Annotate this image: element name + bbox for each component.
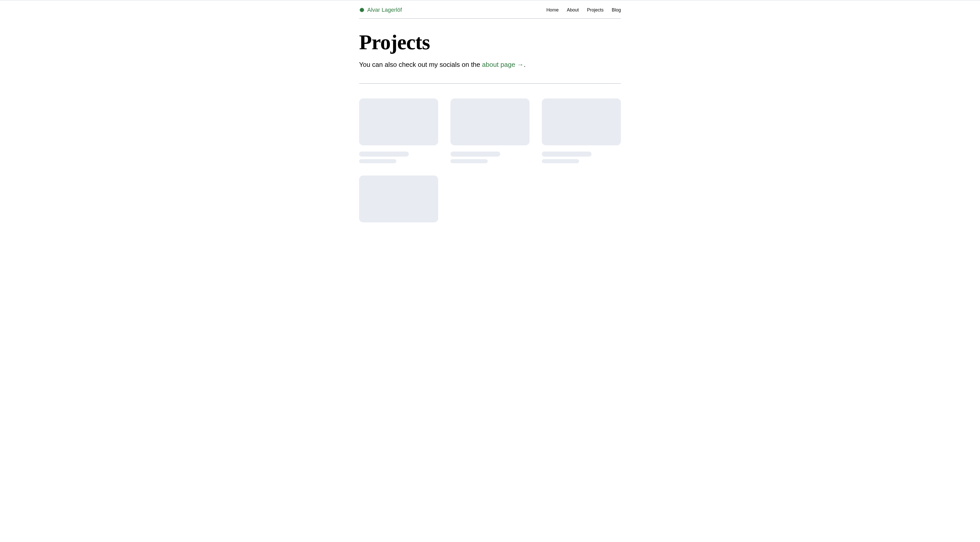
logo-icon: [359, 7, 365, 13]
project-title-skeleton: [450, 152, 500, 157]
page-header: Projects You can also check out my socia…: [359, 19, 621, 84]
nav-home[interactable]: Home: [546, 7, 558, 13]
brand-name: Alvar Lagerlöf: [367, 6, 402, 13]
project-image-skeleton: [359, 98, 438, 146]
nav-projects[interactable]: Projects: [587, 7, 604, 13]
project-title-skeleton: [542, 152, 592, 157]
projects-grid: [359, 84, 621, 243]
nav-about[interactable]: About: [567, 7, 579, 13]
page-subtitle: You can also check out my socials on the…: [359, 60, 621, 69]
project-subtitle-skeleton: [542, 159, 579, 163]
project-card-skeleton: [359, 176, 438, 228]
project-subtitle-skeleton: [450, 159, 488, 163]
site-header: Alvar Lagerlöf Home About Projects Blog: [359, 0, 621, 19]
project-title-skeleton: [359, 152, 409, 157]
nav-blog[interactable]: Blog: [612, 7, 621, 13]
project-image-skeleton: [542, 98, 621, 146]
project-card-skeleton: [450, 98, 530, 163]
project-image-skeleton: [359, 176, 438, 222]
about-page-link[interactable]: about page →: [482, 61, 524, 68]
project-card-skeleton: [542, 98, 621, 163]
brand-link[interactable]: Alvar Lagerlöf: [359, 6, 402, 13]
page-title: Projects: [359, 32, 621, 53]
subtitle-prefix: You can also check out my socials on the: [359, 61, 482, 68]
subtitle-suffix: .: [524, 61, 525, 68]
project-subtitle-skeleton: [359, 159, 396, 163]
main-nav: Home About Projects Blog: [546, 7, 621, 13]
project-image-skeleton: [450, 98, 530, 146]
project-card-skeleton: [359, 98, 438, 163]
